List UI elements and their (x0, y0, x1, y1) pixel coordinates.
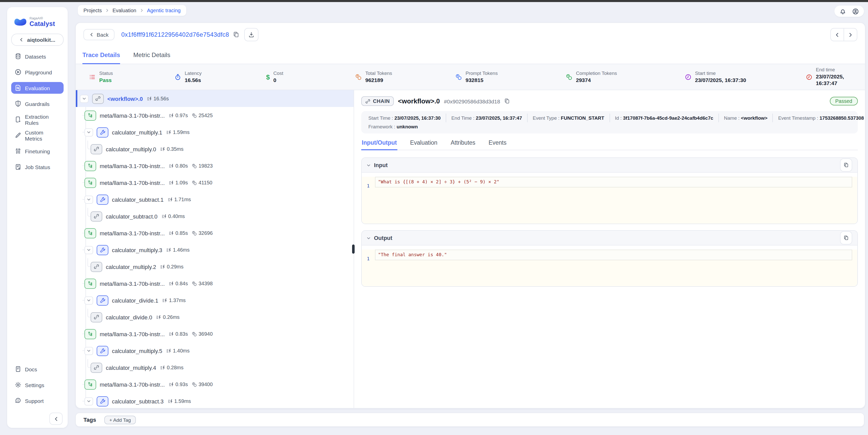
dollar-icon: $ (266, 73, 270, 81)
sidebar-item-finetuning[interactable]: Finetuning (11, 145, 64, 157)
span-name: calculator_divide.0 (106, 314, 152, 320)
prev-trace-button[interactable] (831, 29, 844, 41)
add-tag-button[interactable]: + Add Tag (104, 415, 136, 424)
tab-evaluation[interactable]: Evaluation (410, 140, 438, 150)
tab-events[interactable]: Events (488, 140, 507, 150)
copy-icon[interactable] (233, 32, 239, 38)
tree-row[interactable]: calculator_divide.0 0.26ms (76, 309, 353, 325)
project-selector[interactable]: aiqtoolkit... (11, 34, 64, 46)
metric-label: Cost (273, 70, 283, 77)
tree-row[interactable]: calculator_multiply.2 0.29ms (76, 258, 353, 275)
tree-row[interactable]: calculator_subtract.3 1.59ms (76, 393, 353, 408)
tree-row[interactable]: calculator_subtract.0 0.40ms (76, 208, 353, 225)
span-latency: 1.71ms (168, 197, 191, 202)
latency-bolt-icon (161, 214, 167, 219)
sidebar-item-job-status[interactable]: Job Status (11, 161, 64, 173)
metrics-bar: Status Pass Latency 16.56s $ Cost 0 Tota… (76, 64, 865, 90)
llm-span-icon (85, 228, 96, 238)
sidebar-item-guardrails[interactable]: Guardrails (11, 98, 64, 110)
sidebar-item-support[interactable]: Support (11, 395, 64, 406)
tree-row[interactable]: <workflow>.0 16.56s (76, 90, 353, 107)
sidebar-item-docs[interactable]: Docs (11, 363, 64, 375)
span-name: calculator_multiply.4 (106, 365, 156, 371)
pane-resize-handle[interactable] (352, 244, 354, 254)
chevron-down-icon[interactable] (85, 397, 93, 405)
document-add-icon (15, 116, 21, 123)
tool-span-icon (97, 396, 108, 406)
tree-row[interactable]: calculator_multiply.3 1.46ms (76, 241, 353, 258)
span-latency: 0.85s (169, 230, 188, 236)
chevron-down-icon[interactable] (80, 94, 89, 103)
tab-metric-details[interactable]: Metric Details (133, 46, 170, 64)
tree-row[interactable]: meta/llama-3.1-70b-instr... 0.85s 32696 (76, 225, 353, 241)
chevron-down-icon[interactable] (85, 296, 93, 304)
copy-input-button[interactable] (840, 158, 852, 172)
chain-span-icon (91, 312, 102, 322)
chevron-down-icon[interactable] (85, 128, 93, 136)
sidebar-item-evaluation[interactable]: Evaluation (11, 82, 64, 94)
tree-row[interactable]: meta/llama-3.1-70b-instr... 1.09s 41150 (76, 174, 353, 191)
chevron-down-icon[interactable] (85, 347, 93, 355)
copy-icon (844, 163, 849, 168)
output-section-header[interactable]: Output (362, 231, 857, 245)
next-trace-button[interactable] (844, 29, 857, 41)
tree-row[interactable]: calculator_subtract.1 1.71ms (76, 191, 353, 208)
metric-start-time: Start time 23/07/2025, 16:37:30 (685, 70, 746, 84)
tree-row[interactable]: meta/llama-3.1-70b-instr... 0.83s 36940 (76, 325, 353, 342)
breadcrumb-evaluation[interactable]: Evaluation (113, 8, 136, 13)
download-button[interactable] (244, 28, 258, 41)
sidebar-item-extraction-rules[interactable]: Extraction Rules (11, 114, 64, 125)
breadcrumb-projects[interactable]: Projects (84, 8, 102, 13)
span-name: calculator_multiply.5 (112, 348, 162, 354)
chevron-down-icon[interactable] (85, 195, 93, 203)
tree-row[interactable]: calculator_multiply.1 1.59ms (76, 124, 353, 141)
span-name: meta/llama-3.1-70b-instr... (100, 331, 165, 337)
sidebar-item-playground[interactable]: Playground (11, 66, 64, 78)
copy-icon[interactable] (504, 98, 510, 104)
tree-row[interactable]: meta/llama-3.1-70b-instr... 0.93s 39400 (76, 376, 353, 393)
tree-row[interactable]: calculator_multiply.4 0.28ms (76, 359, 353, 376)
span-tokens: 41150 (192, 180, 212, 185)
metric-value: 932815 (466, 77, 498, 84)
chain-span-icon (91, 362, 102, 373)
output-code-viewer[interactable]: 1 "The final answer is 40." (362, 250, 857, 286)
input-section-header[interactable]: Input (362, 158, 857, 173)
tree-row[interactable]: calculator_multiply.5 1.40ms (76, 342, 353, 359)
metric-label: Latency (185, 70, 202, 77)
stopwatch-icon (175, 74, 181, 80)
tree-row[interactable]: calculator_multiply.0 0.35ms (76, 141, 353, 157)
status-badge: Passed (830, 97, 858, 106)
tab-trace-details[interactable]: Trace Details (83, 46, 120, 64)
span-latency: 0.35ms (160, 146, 184, 152)
back-button[interactable]: Back (84, 29, 115, 40)
tree-row[interactable]: meta/llama-3.1-70b-instr... 0.84s 34398 (76, 275, 353, 292)
span-metadata: Start Time : 23/07/2025, 16:37:30 End Ti… (361, 111, 858, 134)
latency-bolt-icon (169, 281, 174, 286)
trace-id-link[interactable]: 0x1f6fff91f62122956402d76e7543dfc8 (121, 31, 229, 38)
tab-attributes[interactable]: Attributes (450, 140, 476, 150)
metadata-item: Name : <workflow> (719, 114, 773, 122)
tree-row[interactable]: calculator_divide.1 1.37ms (76, 292, 353, 309)
chevron-down-icon[interactable] (85, 246, 93, 254)
span-name: meta/llama-3.1-70b-instr... (100, 230, 165, 236)
bell-icon[interactable] (839, 8, 846, 14)
metric-label: Completion Tokens (576, 70, 617, 77)
tool-span-icon (97, 245, 108, 255)
tree-row[interactable]: meta/llama-3.1-70b-instr... 0.80s 19823 (76, 157, 353, 174)
sidebar-item-datasets[interactable]: Datasets (11, 51, 64, 62)
sidebar-collapse-button[interactable] (49, 413, 63, 425)
sidebar-item-label: Settings (25, 382, 44, 388)
tab-input-output[interactable]: Input/Output (361, 140, 397, 150)
breadcrumb-agentic-tracing[interactable]: Agentic tracing (147, 8, 181, 13)
tree-row[interactable]: meta/llama-3.1-70b-instr... 0.97s 25425 (76, 107, 353, 124)
span-latency: 0.93s (169, 381, 188, 387)
sidebar-item-settings[interactable]: Settings (11, 379, 64, 391)
output-title: Output (374, 235, 392, 241)
input-code-viewer[interactable]: 1 "What is {[(8 + 4) × 2] ÷ 3} + (5² − 9… (362, 177, 857, 224)
metadata-item: Start Time : 23/07/2025, 16:37:30 (363, 114, 446, 122)
latency-bolt-icon (169, 231, 174, 236)
sidebar-menu: Datasets Playground Evaluation Guardrail… (7, 51, 68, 173)
copy-output-button[interactable] (840, 231, 852, 244)
user-avatar-icon[interactable] (852, 8, 859, 14)
sidebar-item-custom-metrics[interactable]: Custom Metrics (11, 129, 64, 141)
